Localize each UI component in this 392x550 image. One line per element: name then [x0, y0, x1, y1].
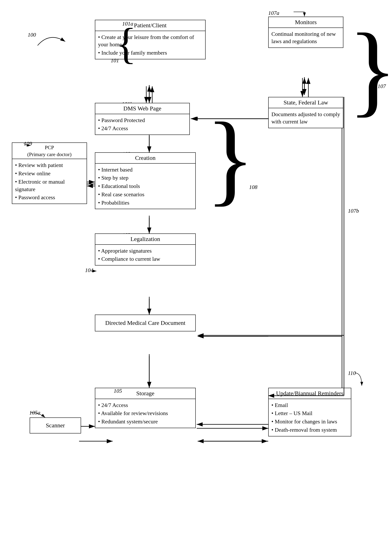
scanner-box: Scanner	[30, 417, 81, 434]
creation-item-3: • Educational tools	[98, 182, 193, 190]
label-108: 108	[249, 184, 257, 190]
update-content: • Email • Letter – US Mail • Monitor for…	[269, 399, 351, 436]
state-federal-item-1: Documents adjusted to comply with curren…	[271, 111, 340, 126]
storage-content: • 24/7 Access • Available for review/rev…	[95, 399, 195, 428]
label-104-arrow	[91, 269, 97, 273]
pcp-item-4: • Password access	[15, 194, 84, 201]
storage-item-2: • Available for review/revisions	[98, 409, 193, 417]
dms-item-1: • Password Protected	[98, 116, 187, 124]
update-title: Update/Biannual Reminders	[269, 388, 351, 399]
creation-box: Creation • Internet based • Step by step…	[95, 152, 196, 209]
pcp-item-1: • Review with patient	[15, 161, 84, 169]
arrows-svg	[0, 0, 392, 550]
diagram: 100 Patient/Client • Create at your leis…	[0, 0, 392, 550]
creation-content: • Internet based • Step by step • Educat…	[95, 164, 195, 209]
patient-content: • Create at your leisure from the comfor…	[95, 31, 205, 59]
dmcd-title: Directed Medical Care Document	[105, 320, 185, 326]
legalization-box: Legalization • Appropriate signatures • …	[95, 233, 196, 265]
label-110-arrow	[354, 372, 366, 388]
label-107a: 107a	[268, 10, 279, 16]
label-107b: 107b	[348, 208, 359, 214]
storage-item-3: • Redundant system/secure	[98, 418, 193, 425]
update-item-1: • Email	[271, 401, 348, 409]
patient-item-2: • Include your family members	[98, 49, 203, 57]
label-107: 107	[378, 83, 386, 89]
update-item-3: • Monitor for changes in laws	[271, 418, 348, 425]
monitors-title: Monitors	[269, 17, 343, 28]
update-item-4: • Death-removal from system	[271, 426, 348, 434]
state-federal-title: State, Federal Law	[269, 97, 343, 108]
patient-box: Patient/Client • Create at your leisure …	[95, 20, 206, 59]
storage-box: Storage • 24/7 Access • Available for re…	[95, 388, 196, 428]
creation-item-2: • Step by step	[98, 174, 193, 182]
label-109-arrow	[23, 143, 33, 146]
patient-title: Patient/Client	[95, 20, 205, 31]
creation-item-5: • Probabilities	[98, 199, 193, 207]
brace-107: }	[348, 18, 392, 121]
update-item-2: • Letter – US Mail	[271, 409, 348, 417]
dmcd-box: Directed Medical Care Document	[95, 314, 196, 331]
extra-arrows	[0, 0, 392, 550]
pcp-content: • Review with patient • Review online • …	[12, 159, 87, 204]
monitors-box: Monitors Continual monitoring of new law…	[268, 17, 343, 48]
legalization-item-1: • Appropriate signatures	[98, 247, 193, 255]
label-105: 105	[114, 388, 122, 394]
legalization-item-2: • Compliance to current law	[98, 255, 193, 263]
state-federal-content: Documents adjusted to comply with curren…	[269, 108, 343, 128]
monitors-content: Continual monitoring of new laws and reg…	[269, 28, 343, 48]
creation-item-4: • Real case scenarios	[98, 191, 193, 198]
label-101: 101	[111, 57, 119, 64]
dms-content: • Password Protected • 24/7 Access	[95, 114, 189, 135]
legalization-title: Legalization	[95, 234, 195, 245]
state-federal-box: State, Federal Law Documents adjusted to…	[268, 97, 343, 128]
storage-title: Storage	[95, 388, 195, 399]
scanner-title: Scanner	[46, 422, 65, 429]
pcp-item-3: • Electronic or manual signature	[15, 178, 84, 193]
dms-item-2: • 24/7 Access	[98, 125, 187, 132]
label-100-arrow	[34, 30, 69, 50]
monitors-item-1: Continual monitoring of new laws and reg…	[271, 30, 340, 45]
dms-title: DMS Web Page	[95, 103, 189, 114]
creation-title: Creation	[95, 153, 195, 164]
update-box: Update/Biannual Reminders • Email • Lett…	[268, 388, 351, 436]
pcp-box: PCP(Primary care doctor) • Review with p…	[12, 143, 87, 204]
storage-item-1: • 24/7 Access	[98, 401, 193, 409]
legalization-content: • Appropriate signatures • Compliance to…	[95, 245, 195, 265]
dms-box: DMS Web Page • Password Protected • 24/7…	[95, 103, 190, 135]
patient-item-1: • Create at your leisure from the comfor…	[98, 33, 203, 49]
pcp-item-2: • Review online	[15, 170, 84, 177]
brace-108: }	[206, 107, 255, 210]
label-105a-arrow	[29, 412, 49, 419]
creation-item-1: • Internet based	[98, 166, 193, 173]
label-107a-arrow	[293, 11, 308, 18]
